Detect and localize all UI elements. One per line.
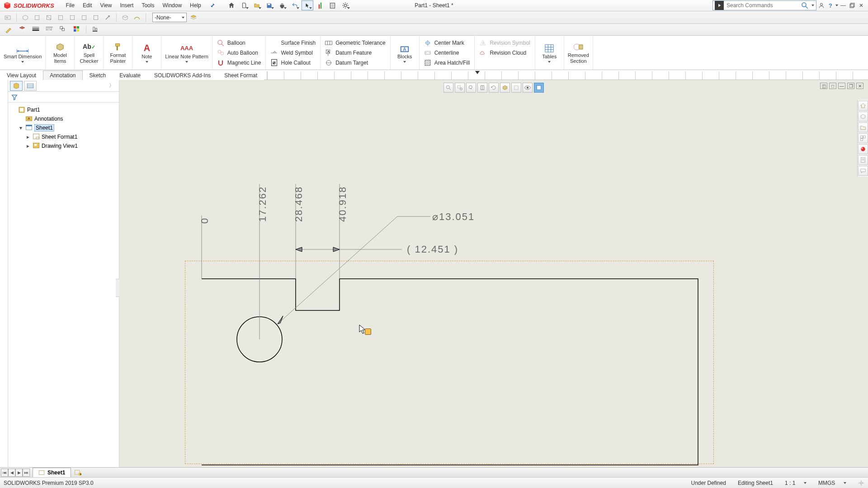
drawing-view-icon[interactable] <box>3 13 13 23</box>
shaded-icon[interactable] <box>132 13 142 23</box>
menu-help[interactable]: Help <box>186 1 205 10</box>
menu-edit[interactable]: Edit <box>79 1 96 10</box>
magnetic-line-button[interactable]: Magnetic Line <box>217 58 261 67</box>
minimize-icon[interactable]: — <box>839 1 847 9</box>
normal-to-icon[interactable] <box>103 13 113 23</box>
tab-view-layout[interactable]: View Layout <box>0 70 43 80</box>
tree-root[interactable]: Part1 <box>10 105 117 114</box>
sheet-prev-icon[interactable]: ◀ <box>8 469 15 477</box>
tab-evaluate[interactable]: Evaluate <box>113 70 147 80</box>
menu-insert[interactable]: Insert <box>116 1 137 10</box>
blocks-button[interactable]: A Blocks <box>391 36 420 70</box>
fm-tree-tab-icon[interactable] <box>10 81 23 91</box>
hole-callout-button[interactable]: ⌀Hole Callout <box>270 58 316 67</box>
balloon-button[interactable]: Balloon <box>217 38 261 47</box>
tab-sketch[interactable]: Sketch <box>83 70 113 80</box>
sheet-first-icon[interactable]: ⏮ <box>1 469 8 477</box>
smart-dimension-button[interactable]: Smart Dimension <box>0 36 46 70</box>
wireframe-icon[interactable] <box>120 13 130 23</box>
tree-drawing-view[interactable]: ▸ Drawing View1 <box>10 141 117 150</box>
sheet-last-icon[interactable]: ⏭ <box>23 469 30 477</box>
layer-props-icon[interactable] <box>189 13 198 23</box>
menu-tools[interactable]: Tools <box>138 1 158 10</box>
model-items-button[interactable]: Model Items <box>46 36 75 70</box>
sheet-tab-1[interactable]: Sheet1 <box>33 468 71 478</box>
user-icon[interactable] <box>817 1 826 9</box>
datum-target-button[interactable]: Datum Target <box>325 58 386 67</box>
tables-button[interactable]: Tables <box>535 36 564 70</box>
restore-icon[interactable] <box>848 1 856 9</box>
spell-checker-button[interactable]: Ab✓ Spell Checker <box>75 36 104 70</box>
top-view-icon[interactable] <box>79 13 89 23</box>
layer-prop-icon[interactable] <box>18 25 27 34</box>
tree-sheet1[interactable]: ▾ Sheet1 <box>10 123 117 132</box>
front-view-icon[interactable] <box>32 13 42 23</box>
revision-cloud-button[interactable]: Revision Cloud <box>479 48 530 57</box>
dia-dim[interactable]: ⌀13.051 <box>432 211 475 223</box>
datum-feature-button[interactable]: ADatum Feature <box>325 48 386 57</box>
left-view-icon[interactable] <box>56 13 66 23</box>
right-view-icon[interactable] <box>67 13 77 23</box>
search-commands[interactable] <box>712 0 816 10</box>
home-icon[interactable] <box>226 0 237 10</box>
menu-window[interactable]: Window <box>159 1 185 10</box>
filter-icon[interactable] <box>11 94 18 101</box>
weld-symbol-button[interactable]: Weld Symbol <box>270 48 316 57</box>
back-view-icon[interactable] <box>44 13 54 23</box>
status-scale[interactable]: 1 : 1 <box>785 480 807 486</box>
ord-dim-0[interactable]: 0 <box>199 217 211 224</box>
line-style-icon[interactable] <box>45 25 54 34</box>
tab-addins[interactable]: SOLIDWORKS Add-Ins <box>147 70 217 80</box>
ord-dim-1[interactable]: 17.262 <box>257 186 269 222</box>
drawing-canvas[interactable]: ◫ □ — ❐ ✕ <box>119 80 868 477</box>
search-input[interactable] <box>726 2 798 9</box>
search-run-icon[interactable] <box>715 1 724 10</box>
line-color-icon[interactable] <box>5 25 14 34</box>
ref-dim[interactable]: ( 12.451 ) <box>407 244 458 255</box>
options-icon[interactable] <box>340 0 351 10</box>
close-icon[interactable]: ✕ <box>857 1 865 9</box>
undo-icon[interactable] <box>289 0 301 10</box>
tree-annotations[interactable]: A Annotations <box>10 114 117 123</box>
status-options-icon[interactable] <box>858 480 864 486</box>
ord-dim-3[interactable]: 40.918 <box>337 186 349 222</box>
tree-sheet-format[interactable]: ▸ Sheet Format1 <box>10 132 117 141</box>
new-doc-icon[interactable] <box>238 0 250 10</box>
line-thickness-icon[interactable] <box>32 25 41 34</box>
iso-view-icon[interactable] <box>20 13 30 23</box>
tab-annotation[interactable]: Annotation <box>43 70 82 80</box>
centerline-button[interactable]: Centerline <box>424 48 470 57</box>
search-dd-icon[interactable] <box>811 5 814 6</box>
pin-icon[interactable] <box>209 2 216 9</box>
note-button[interactable]: A Note <box>132 36 161 70</box>
help-dd-icon[interactable] <box>835 5 838 6</box>
search-icon[interactable] <box>801 1 809 9</box>
format-painter-button[interactable]: Format Painter <box>104 36 132 70</box>
bottom-view-icon[interactable] <box>91 13 101 23</box>
linear-note-pattern-button[interactable]: AAA Linear Note Pattern <box>161 36 212 70</box>
tab-sheet-format[interactable]: Sheet Format <box>217 70 264 80</box>
menu-file[interactable]: File <box>62 1 78 10</box>
help-icon[interactable]: ? <box>826 1 835 9</box>
hide-show-edges-icon[interactable] <box>59 25 68 34</box>
open-icon[interactable] <box>251 0 263 10</box>
sheet-next-icon[interactable]: ▶ <box>15 469 23 477</box>
status-units[interactable]: MMGS <box>818 480 846 486</box>
select-icon[interactable] <box>302 0 313 10</box>
fm-property-tab-icon[interactable] <box>24 81 37 91</box>
menu-view[interactable]: View <box>97 1 116 10</box>
surface-finish-button[interactable]: Surface Finish <box>270 38 316 47</box>
fm-expand-icon[interactable]: 〉 <box>109 82 117 89</box>
save-icon[interactable] <box>264 0 275 10</box>
area-hatch-button[interactable]: Area Hatch/Fill <box>424 58 470 67</box>
color-display-icon[interactable] <box>72 25 81 34</box>
layer-combo[interactable]: -None- <box>152 13 187 22</box>
ord-dim-2[interactable]: 28.468 <box>293 186 305 222</box>
print-icon[interactable] <box>276 0 288 10</box>
geo-tolerance-button[interactable]: Geometric Tolerance <box>325 38 386 47</box>
auto-balloon-button[interactable]: Auto Balloon <box>217 48 261 57</box>
center-mark-button[interactable]: Center Mark <box>424 38 470 47</box>
removed-section-button[interactable]: Removed Section <box>564 36 593 70</box>
align-icon[interactable] <box>91 25 100 34</box>
add-sheet-icon[interactable]: ★ <box>73 468 83 477</box>
